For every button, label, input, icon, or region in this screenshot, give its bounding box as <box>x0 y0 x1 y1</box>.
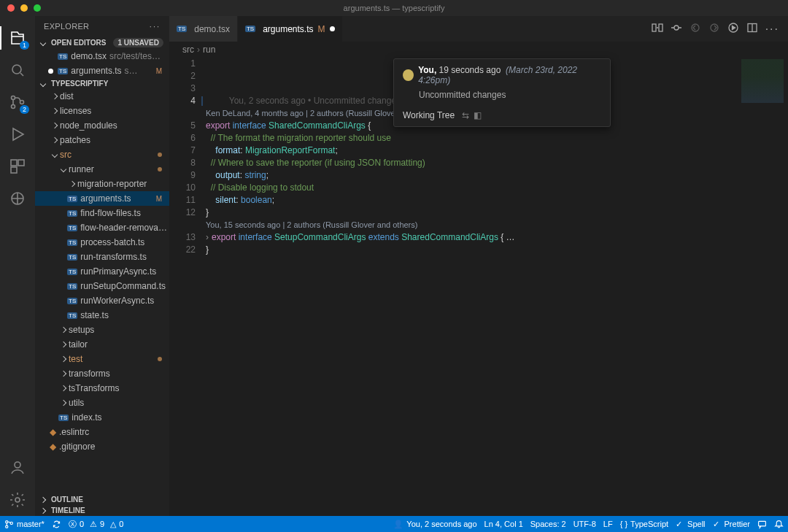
folder-row[interactable]: setups <box>35 323 169 337</box>
folder-row[interactable]: node_modules <box>35 118 169 133</box>
folder-row[interactable]: licenses <box>35 104 169 118</box>
status-bar: master* ⓧ0 ⚠9 △0 👤 You, 2 seconds ago Ln… <box>0 516 788 532</box>
timeline-section[interactable]: TIMELINE <box>35 505 169 516</box>
more-icon[interactable]: ··· <box>150 22 161 31</box>
svg-rect-6 <box>11 167 17 173</box>
file-tree[interactable]: distlicensesnode_modulespatchessrcrunner… <box>35 89 169 494</box>
svg-point-3 <box>20 101 24 104</box>
file-row[interactable]: TSprocess-batch.ts <box>35 235 169 250</box>
titlebar: arguments.ts — typescriptify <box>0 0 788 16</box>
status-lang[interactable]: { } TypeScript <box>620 520 668 528</box>
svg-point-8 <box>15 462 20 468</box>
avatar-icon <box>403 69 414 81</box>
folder-row[interactable]: src <box>35 147 169 162</box>
svg-point-9 <box>15 498 20 502</box>
folder-row[interactable]: runner <box>35 162 169 177</box>
folder-row[interactable]: tailor <box>35 337 169 352</box>
hover-sub: Uncommitted changes <box>403 90 601 100</box>
compare-tree-icon[interactable]: ◧ <box>474 110 482 120</box>
project-section[interactable]: TYPESCRIPTIFY <box>35 78 169 89</box>
split-editor-icon[interactable] <box>746 22 758 36</box>
source-control-icon[interactable]: 2 <box>9 93 26 111</box>
folder-row[interactable]: patches <box>35 133 169 147</box>
breadcrumb[interactable]: src›run <box>169 42 788 58</box>
minimize-window-icon[interactable] <box>20 4 28 12</box>
git-commit-icon[interactable] <box>671 22 682 36</box>
file-row[interactable]: TSarguments.tsM <box>35 191 169 206</box>
open-changes-icon[interactable]: ⇆ <box>462 110 469 120</box>
svg-rect-16 <box>748 23 757 31</box>
compare-icon[interactable] <box>652 22 663 36</box>
svg-rect-5 <box>18 160 24 166</box>
status-problems[interactable]: ⓧ0 ⚠9 △0 <box>69 519 123 530</box>
minimap[interactable] <box>737 58 788 516</box>
search-icon[interactable] <box>9 61 26 79</box>
working-tree-label: Working Tree <box>403 110 455 120</box>
file-row[interactable]: TSrunPrimaryAsync.ts <box>35 264 169 279</box>
scm-badge: 2 <box>20 105 29 114</box>
window-title: arguments.ts — typescriptify <box>344 4 445 12</box>
run-debug-icon[interactable] <box>9 126 26 143</box>
svg-point-15 <box>729 23 738 32</box>
status-prettier[interactable]: Prettier <box>713 520 750 529</box>
status-sync[interactable] <box>52 520 61 529</box>
folder-row[interactable]: dist <box>35 89 169 104</box>
editor-tab[interactable]: TSdemo.tsx <box>169 16 238 42</box>
open-editors-section[interactable]: OPEN EDITORS 1 UNSAVED <box>35 36 169 49</box>
activity-bar: 1 2 <box>0 16 35 516</box>
maximize-window-icon[interactable] <box>34 4 41 12</box>
close-window-icon[interactable] <box>7 4 15 12</box>
folder-row[interactable]: utils <box>35 396 169 410</box>
file-row[interactable]: ◆.eslintrc <box>35 425 169 439</box>
svg-rect-10 <box>652 24 656 31</box>
sidebar-header: EXPLORER ··· <box>35 16 169 36</box>
status-spaces[interactable]: Spaces: 2 <box>530 520 566 528</box>
svg-point-1 <box>12 96 15 100</box>
file-row[interactable]: TSrunSetupCommand.ts <box>35 279 169 293</box>
svg-point-19 <box>10 522 12 524</box>
status-feedback-icon[interactable] <box>757 520 767 529</box>
file-row[interactable]: ◆.gitignore <box>35 439 169 454</box>
status-eol[interactable]: LF <box>603 520 613 528</box>
open-editor-item[interactable]: TSarguments.ts s…M <box>35 63 169 78</box>
more-tab-icon[interactable]: ··· <box>765 23 779 36</box>
account-icon[interactable] <box>9 459 26 477</box>
run-icon[interactable] <box>727 22 739 36</box>
svg-rect-4 <box>11 160 17 166</box>
extensions-icon[interactable] <box>9 158 26 175</box>
folder-row[interactable]: transforms <box>35 366 169 381</box>
tab-actions: ··· <box>643 16 788 42</box>
settings-gear-icon[interactable] <box>9 491 26 509</box>
status-blame[interactable]: 👤 You, 2 seconds ago <box>393 520 476 529</box>
folder-row[interactable]: test <box>35 352 169 366</box>
file-row[interactable]: TSstate.ts <box>35 308 169 323</box>
nav-fwd-icon[interactable] <box>708 22 720 36</box>
svg-point-13 <box>692 24 699 31</box>
outline-section[interactable]: OUTLINE <box>35 494 169 505</box>
file-row[interactable]: TSindex.ts <box>35 410 169 425</box>
file-row[interactable]: TSfind-flow-files.ts <box>35 206 169 220</box>
open-editor-item[interactable]: TSdemo.tsx src/test/tes… <box>35 49 169 63</box>
file-row[interactable]: TSrun-transforms.ts <box>35 250 169 264</box>
folder-row[interactable]: tsTransforms <box>35 381 169 396</box>
explorer-icon[interactable]: 1 <box>9 29 26 47</box>
file-row[interactable]: TSrunWorkerAsync.ts <box>35 293 169 308</box>
status-branch[interactable]: master* <box>4 520 45 529</box>
git-graph-icon[interactable] <box>9 190 26 207</box>
svg-point-0 <box>12 65 21 74</box>
svg-point-7 <box>12 193 23 204</box>
window-controls <box>7 4 41 12</box>
status-enc[interactable]: UTF-8 <box>573 520 596 528</box>
editor-tab[interactable]: TSarguments.tsM <box>238 16 343 42</box>
svg-point-14 <box>711 24 718 31</box>
folder-row[interactable]: migration-reporter <box>35 177 169 191</box>
nav-back-icon[interactable] <box>690 22 701 36</box>
unsaved-pill: 1 UNSAVED <box>113 38 163 47</box>
explorer-badge: 1 <box>20 41 29 50</box>
tab-bar: TSdemo.tsxTSarguments.tsM ··· <box>169 16 788 42</box>
sidebar-title: EXPLORER <box>44 22 89 31</box>
file-row[interactable]: TSflow-header-remova… <box>35 220 169 235</box>
status-spell[interactable]: Spell <box>676 520 705 529</box>
status-pos[interactable]: Ln 4, Col 1 <box>484 520 523 528</box>
status-bell-icon[interactable] <box>774 520 784 529</box>
